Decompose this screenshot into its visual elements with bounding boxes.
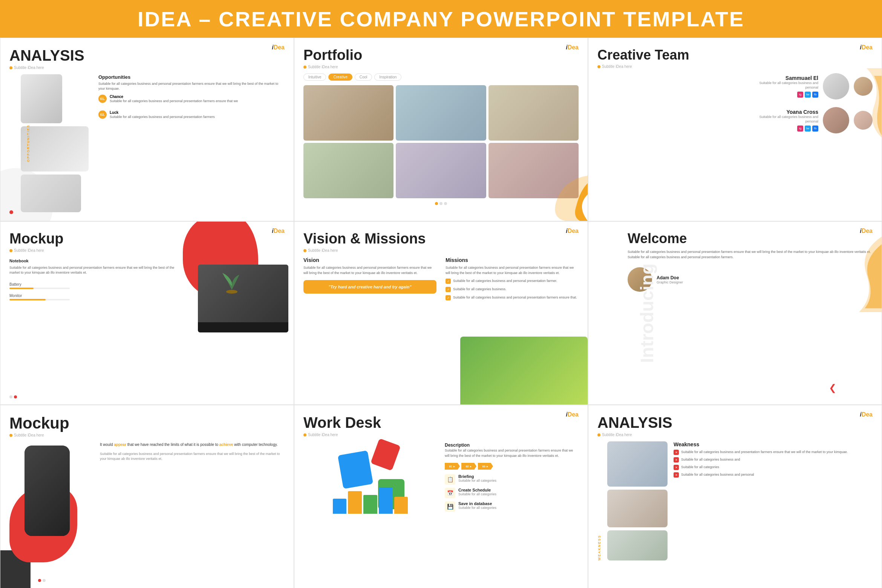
logo-2: iDea <box>566 44 579 51</box>
subtitle-dot-7 <box>9 434 12 437</box>
bar-3 <box>363 495 377 514</box>
team-member-2: Yoana Cross Suitable for all categories … <box>597 107 873 133</box>
team-desc-1: Suitable for all categories business and… <box>750 81 818 90</box>
subtitle-row-8: Subtitle iDea here <box>303 433 579 437</box>
notebook-desc: Suitable for all categories business and… <box>9 265 181 275</box>
desc-title: Description <box>445 443 470 448</box>
a2-img-2 <box>607 490 668 527</box>
wave-yellow-portfolio <box>520 176 588 221</box>
item-1-desc: Suitable for all categories business and… <box>110 99 238 104</box>
analysis-text: Opportunities Suitable for all categorie… <box>98 74 285 212</box>
check-item-1: ✓ Suitable for all categories business a… <box>446 279 579 284</box>
cross-icon-4: ✕ <box>674 472 679 478</box>
check-text-3: Suitable for all categories business and… <box>453 295 577 300</box>
slide-7-title: Mockup <box>9 414 285 432</box>
work-arrows: 01 ► 02 ► 03 ► <box>445 463 579 470</box>
tab-cool[interactable]: Cool <box>355 74 372 81</box>
num-2: 02. <box>98 110 107 119</box>
subtitle-text-1: Subtitle iDea here <box>14 66 44 70</box>
wd-item-2-title: Create Schedule <box>458 488 496 492</box>
vertical-label: OPPORTUNITIES <box>26 124 30 162</box>
schedule-icon: 📅 <box>445 488 455 498</box>
intro-person-details: Adam Doe Graphic Designer <box>657 275 683 284</box>
slide-workdesk: iDea Work Desk Subtitle iDea here <box>294 405 588 588</box>
subtitle-row-9: Subtitle iDea here <box>597 433 873 437</box>
mdot-1[interactable] <box>9 395 12 398</box>
missions-title: Missions <box>446 257 579 263</box>
wd-item-2-content: Create Schedule Suitable for all categor… <box>458 488 496 496</box>
twitter-icon-1[interactable]: tw <box>805 92 811 98</box>
mdot2-2[interactable] <box>43 579 46 582</box>
appear-text: appear <box>114 443 126 447</box>
team-name-1: Sammuael El <box>750 75 818 81</box>
twitter-icon-2[interactable]: tw <box>805 126 811 132</box>
facebook-icon-1[interactable]: fb <box>812 92 818 98</box>
svg-point-0 <box>226 290 237 294</box>
desk-shape-red <box>370 438 400 471</box>
slide-2-title: Portfolio <box>303 47 579 63</box>
subtitle-text-8: Subtitle iDea here <box>308 433 338 437</box>
mdot-2[interactable] <box>14 395 17 398</box>
slide-vision-missions: iDea Vision & Missions Subtitle iDea her… <box>294 221 588 405</box>
vision-title: Vision <box>303 257 436 263</box>
subtitle-row-3: Subtitle iDea here <box>597 64 873 69</box>
tab-inspiration[interactable]: Inspiration <box>374 74 401 81</box>
subtitle-dot-3 <box>597 65 600 68</box>
subtitle-text-9: Subtitle iDea here <box>602 433 632 437</box>
slide-grid: iDea ANALYSIS Subtitle iDea here OPPORTU… <box>0 38 882 588</box>
achieve-text: achieve <box>219 443 233 447</box>
wd-item-1-title: Briefing <box>458 474 496 479</box>
workdesk-right: Description Suitable for all categories … <box>445 441 579 517</box>
wd-item-1-desc: Suitable for all categories <box>458 479 496 482</box>
team-text-1: Sammuael El Suitable for all categories … <box>750 75 818 97</box>
logo-9: iDea <box>860 411 873 418</box>
instagram-icon-2[interactable]: ig <box>797 126 803 132</box>
wd-item-3: 💾 Save in database Suitable for all cate… <box>445 501 579 512</box>
slide-mockup-laptop: iDea Mockup Subtitle iDea here Notebook … <box>0 221 294 405</box>
pdot-1[interactable] <box>435 202 438 205</box>
wd-item-1-content: Briefing Suitable for all categories <box>458 474 496 482</box>
pdot-2[interactable] <box>439 202 443 205</box>
subtitle-row-5: Subtitle iDea here <box>303 248 579 253</box>
a2-img-1 <box>607 441 668 487</box>
tab-intuitive[interactable]: Intuitive <box>303 74 326 81</box>
battery-bar-fill <box>9 288 34 289</box>
briefing-icon: 📋 <box>445 474 455 485</box>
wd-item-1: 📋 Briefing Suitable for all categories <box>445 474 579 485</box>
tab-creative[interactable]: Creative <box>328 74 352 81</box>
instagram-icon-1[interactable]: ig <box>797 92 803 98</box>
portfolio-tabs[interactable]: Intuitive Creative Cool Inspiration <box>303 74 579 81</box>
person-role: Graphic Designer <box>657 280 683 284</box>
slide-portfolio: iDea Portfolio Subtitle iDea here Intuit… <box>294 38 588 221</box>
opportunities-title: Opportunities <box>98 74 285 80</box>
phone-device <box>24 446 70 536</box>
vision-text: Suitable for all categories business and… <box>303 265 436 276</box>
subtitle-dot-8 <box>303 433 306 436</box>
office-photo <box>460 337 588 404</box>
monitor-bar-fill <box>9 299 46 300</box>
check-item-3: ✓ Suitable for all categories business a… <box>446 295 579 300</box>
notebook-title: Notebook <box>9 259 29 263</box>
mockup2-content: It would appear that we have reached the… <box>9 442 285 562</box>
battery-label: Battery <box>9 282 181 286</box>
cross-icon-3: ✕ <box>674 465 679 470</box>
monitor-label: Monitor <box>9 294 181 298</box>
a2-item-3: ✕ Suitable for all categories <box>674 465 873 470</box>
mdot2-1[interactable] <box>38 579 41 582</box>
arrow-1: 01 ► <box>445 463 460 470</box>
check-item-2: ✓ Suitable for all categories business. <box>446 287 579 292</box>
item-2-title: Luck <box>110 110 118 115</box>
subtitle-text-3: Subtitle iDea here <box>602 64 632 69</box>
workdesk-desc: Suitable for all categories business and… <box>445 448 579 458</box>
slide-3-title: Creative Team <box>597 47 873 63</box>
bar-5 <box>394 497 408 514</box>
cross-icon-1: ✕ <box>674 450 679 455</box>
wave-yellow-intro <box>821 237 882 312</box>
analysis2-text: Weakness ✕ Suitable for all categories b… <box>674 441 873 560</box>
facebook-icon-2[interactable]: fb <box>812 126 818 132</box>
portfolio-img-4 <box>303 143 394 198</box>
phone-area <box>9 442 92 562</box>
arrow-3: 03 ► <box>478 463 493 470</box>
item-1-content: Chance Suitable for all categories busin… <box>110 95 238 107</box>
pdot-3[interactable] <box>444 202 447 205</box>
